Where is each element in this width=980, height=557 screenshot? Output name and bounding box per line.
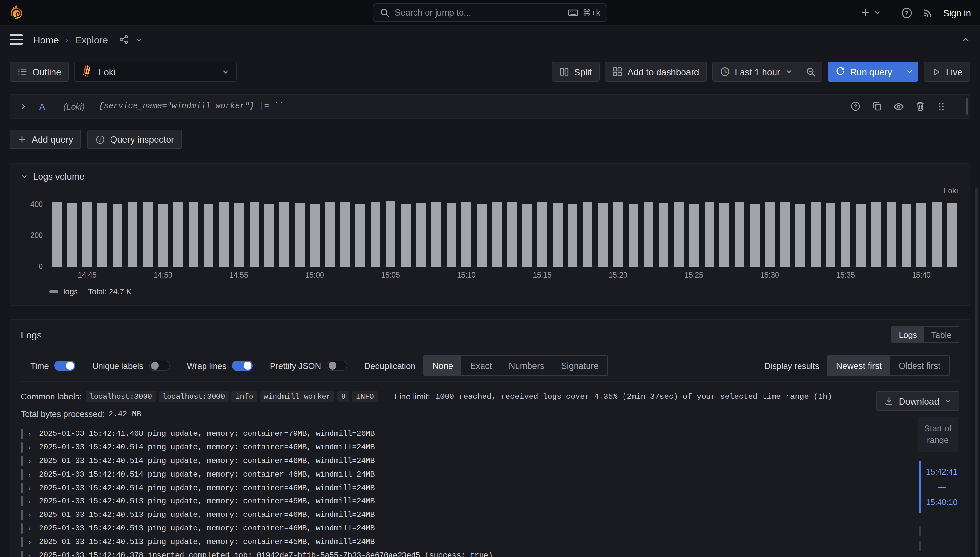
run-query-button[interactable]: Run query [827, 62, 900, 82]
option-newest-first[interactable]: Newest first [828, 356, 890, 375]
chart-plot-area[interactable]: Loki 14:4514:5014:5515:0015:0515:1015:15… [49, 198, 959, 267]
split-button[interactable]: Split [552, 62, 600, 82]
log-row[interactable]: ›2025-01-03 15:42:40.514 ping update, me… [21, 481, 959, 495]
x-tick-label: 15:25 [684, 271, 703, 279]
volume-bar-slot [353, 198, 368, 267]
sign-in-button[interactable]: Sign in [943, 7, 971, 18]
toggle-switch[interactable] [149, 360, 170, 371]
log-row[interactable]: ›2025-01-03 15:42:40.514 ping update, me… [21, 441, 959, 454]
loki-logo-icon [81, 65, 93, 78]
volume-bar-slot [201, 198, 216, 267]
live-button[interactable]: Live [924, 62, 970, 82]
help-button[interactable]: ? [901, 7, 913, 18]
volume-bar-slot [80, 198, 95, 267]
log-row[interactable]: ›2025-01-03 15:42:40.514 ping update, me… [21, 454, 959, 468]
expand-log-chevron-icon[interactable]: › [29, 443, 33, 451]
volume-bar [841, 202, 851, 267]
share-icon[interactable] [118, 34, 128, 45]
expand-log-chevron-icon[interactable]: › [29, 538, 33, 546]
log-row[interactable]: ›2025-01-03 15:42:40.378 inserted comple… [21, 549, 959, 557]
toggle-switch[interactable] [55, 360, 75, 371]
logs-volume-header[interactable]: Logs volume [21, 171, 959, 182]
log-level-bar [21, 469, 23, 480]
volume-bar-slot [413, 198, 429, 267]
toggle-prettify-json: Prettify JSON [270, 360, 348, 371]
chevron-down-icon [21, 173, 28, 180]
volume-bar-slot [504, 198, 520, 267]
option-exact[interactable]: Exact [462, 356, 501, 375]
legend-series-marker[interactable] [49, 290, 59, 293]
add-query-button[interactable]: Add query [10, 130, 81, 149]
search-input[interactable]: Search or jump to... ⌘+k [373, 3, 607, 22]
collapse-controls-icon[interactable] [961, 35, 970, 44]
visible-range-indicator: 15:42:41 — 15:40:10 [918, 461, 958, 513]
zoom-out-time-button[interactable] [800, 62, 822, 81]
option-numbers[interactable]: Numbers [501, 356, 553, 375]
expand-log-chevron-icon[interactable]: › [29, 457, 33, 465]
range-separator: — [938, 483, 946, 492]
menu-toggle-icon[interactable] [10, 33, 23, 46]
log-level-bar [21, 456, 23, 466]
option-oldest-first[interactable]: Oldest first [890, 356, 949, 375]
news-rss-button[interactable] [922, 7, 933, 18]
x-tick-label: 15:05 [381, 271, 400, 279]
option-none[interactable]: None [424, 356, 462, 375]
query-resize-handle[interactable] [966, 98, 968, 115]
delete-query-trash-icon[interactable] [915, 101, 926, 112]
volume-bar [143, 201, 153, 267]
toggle-switch[interactable] [232, 360, 253, 371]
datasource-name: Loki [99, 67, 115, 77]
toggle-visibility-eye-icon[interactable] [893, 101, 904, 112]
query-inspector-button[interactable]: i Query inspector [88, 130, 182, 149]
search-placeholder: Search or jump to... [395, 8, 562, 18]
breadcrumb-home[interactable]: Home [33, 34, 59, 45]
total-bytes-value: 2.42 MB [109, 409, 141, 419]
volume-bar-slot [595, 198, 611, 267]
volume-bar-slot [428, 198, 444, 267]
option-logs[interactable]: Logs [892, 327, 924, 342]
expand-log-chevron-icon[interactable]: › [29, 552, 33, 557]
log-row[interactable]: ›2025-01-03 15:42:40.513 ping update, me… [21, 495, 959, 508]
breadcrumb-explore[interactable]: Explore [75, 34, 108, 45]
volume-bar-slot [489, 198, 505, 267]
page-scrollbar[interactable] [975, 188, 978, 557]
download-button[interactable]: Download [876, 391, 959, 411]
start-of-range-button[interactable]: Start of range [918, 417, 958, 452]
query-expression[interactable]: {service_name="windmill-worker"} |= `` [99, 102, 284, 111]
time-range-picker[interactable]: Last 1 hour [713, 62, 800, 81]
volume-bar-slot [520, 198, 535, 267]
expand-log-chevron-icon[interactable]: › [29, 524, 33, 533]
expand-log-chevron-icon[interactable]: › [29, 430, 33, 438]
expand-log-chevron-icon[interactable]: › [29, 471, 33, 479]
add-to-dashboard-button[interactable]: Add to dashboard [605, 62, 707, 82]
log-row[interactable]: ›2025-01-03 15:42:40.513 ping update, me… [21, 535, 959, 549]
duplicate-query-icon[interactable] [872, 101, 882, 112]
expand-log-chevron-icon[interactable]: › [29, 484, 33, 492]
query-ref-id[interactable]: A [39, 101, 46, 112]
legend-series-name[interactable]: logs [63, 287, 78, 296]
drag-handle-grip-icon[interactable] [936, 101, 946, 111]
log-level-bar [21, 483, 23, 493]
volume-bar-slot [171, 198, 186, 267]
chevron-down-icon[interactable] [135, 36, 142, 43]
log-row[interactable]: ›2025-01-03 15:42:40.514 ping update, me… [21, 468, 959, 482]
volume-bar [765, 202, 775, 267]
query-help-icon[interactable]: ? [850, 101, 861, 112]
run-query-options-button[interactable] [900, 62, 919, 82]
svg-text:i: i [99, 137, 101, 142]
toggle-wrap-lines: Wrap lines [187, 360, 253, 371]
expand-log-chevron-icon[interactable]: › [29, 498, 33, 505]
option-table[interactable]: Table [924, 327, 959, 342]
new-menu-button[interactable] [861, 8, 881, 18]
log-row[interactable]: ›2025-01-03 15:42:41.468 ping update, me… [21, 427, 959, 441]
toggle-switch[interactable] [327, 360, 348, 371]
log-row[interactable]: ›2025-01-03 15:42:40.513 ping update, me… [21, 508, 959, 522]
expand-query-icon[interactable] [20, 103, 27, 110]
volume-bar-slot [307, 198, 322, 267]
outline-button[interactable]: Outline [10, 62, 69, 82]
log-row[interactable]: ›2025-01-03 15:42:40.513 ping update, me… [21, 522, 959, 535]
option-signature[interactable]: Signature [553, 356, 607, 375]
expand-log-chevron-icon[interactable]: › [29, 511, 33, 519]
datasource-picker[interactable]: Loki [74, 62, 237, 82]
grafana-logo[interactable] [9, 5, 24, 21]
